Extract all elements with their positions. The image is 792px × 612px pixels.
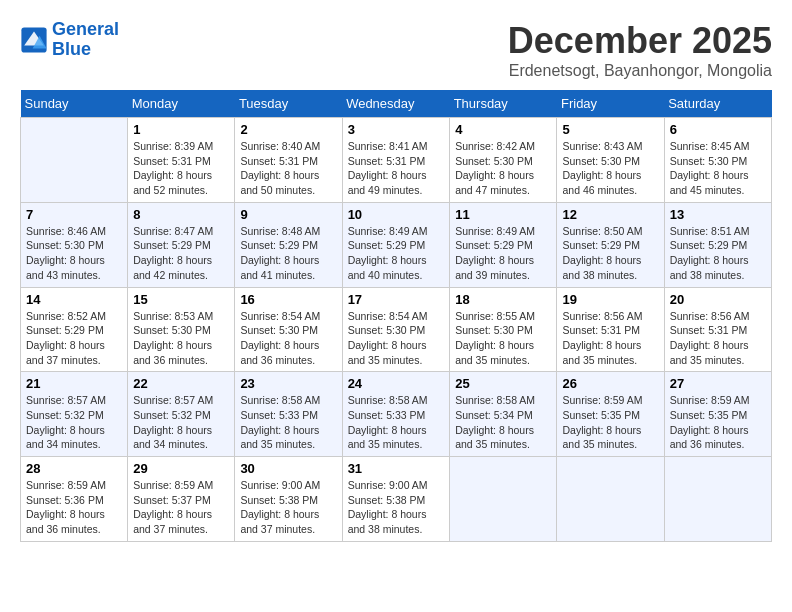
calendar-cell: 9Sunrise: 8:48 AMSunset: 5:29 PMDaylight… <box>235 202 342 287</box>
day-number: 26 <box>562 376 658 391</box>
calendar-cell: 24Sunrise: 8:58 AMSunset: 5:33 PMDayligh… <box>342 372 450 457</box>
logo-icon <box>20 26 48 54</box>
day-info: Sunrise: 8:50 AMSunset: 5:29 PMDaylight:… <box>562 224 658 283</box>
calendar-cell: 21Sunrise: 8:57 AMSunset: 5:32 PMDayligh… <box>21 372 128 457</box>
day-number: 25 <box>455 376 551 391</box>
day-info: Sunrise: 9:00 AMSunset: 5:38 PMDaylight:… <box>348 478 445 537</box>
calendar-week-3: 14Sunrise: 8:52 AMSunset: 5:29 PMDayligh… <box>21 287 772 372</box>
day-number: 8 <box>133 207 229 222</box>
day-info: Sunrise: 8:43 AMSunset: 5:30 PMDaylight:… <box>562 139 658 198</box>
day-info: Sunrise: 8:58 AMSunset: 5:33 PMDaylight:… <box>348 393 445 452</box>
calendar-cell: 27Sunrise: 8:59 AMSunset: 5:35 PMDayligh… <box>664 372 771 457</box>
calendar-cell: 29Sunrise: 8:59 AMSunset: 5:37 PMDayligh… <box>128 457 235 542</box>
day-number: 12 <box>562 207 658 222</box>
day-info: Sunrise: 8:48 AMSunset: 5:29 PMDaylight:… <box>240 224 336 283</box>
day-info: Sunrise: 8:58 AMSunset: 5:34 PMDaylight:… <box>455 393 551 452</box>
calendar-cell <box>450 457 557 542</box>
calendar-cell <box>557 457 664 542</box>
title-section: December 2025 Erdenetsogt, Bayanhongor, … <box>508 20 772 80</box>
day-number: 16 <box>240 292 336 307</box>
calendar-cell: 26Sunrise: 8:59 AMSunset: 5:35 PMDayligh… <box>557 372 664 457</box>
day-number: 23 <box>240 376 336 391</box>
calendar-cell: 22Sunrise: 8:57 AMSunset: 5:32 PMDayligh… <box>128 372 235 457</box>
calendar-cell: 18Sunrise: 8:55 AMSunset: 5:30 PMDayligh… <box>450 287 557 372</box>
weekday-header-thursday: Thursday <box>450 90 557 118</box>
calendar-cell: 20Sunrise: 8:56 AMSunset: 5:31 PMDayligh… <box>664 287 771 372</box>
day-info: Sunrise: 8:40 AMSunset: 5:31 PMDaylight:… <box>240 139 336 198</box>
day-info: Sunrise: 8:42 AMSunset: 5:30 PMDaylight:… <box>455 139 551 198</box>
calendar-cell: 6Sunrise: 8:45 AMSunset: 5:30 PMDaylight… <box>664 118 771 203</box>
day-number: 5 <box>562 122 658 137</box>
logo-line1: General <box>52 19 119 39</box>
calendar-cell: 14Sunrise: 8:52 AMSunset: 5:29 PMDayligh… <box>21 287 128 372</box>
day-number: 30 <box>240 461 336 476</box>
day-info: Sunrise: 8:54 AMSunset: 5:30 PMDaylight:… <box>240 309 336 368</box>
day-number: 31 <box>348 461 445 476</box>
calendar-cell: 19Sunrise: 8:56 AMSunset: 5:31 PMDayligh… <box>557 287 664 372</box>
calendar-cell: 25Sunrise: 8:58 AMSunset: 5:34 PMDayligh… <box>450 372 557 457</box>
weekday-header-wednesday: Wednesday <box>342 90 450 118</box>
calendar-cell: 8Sunrise: 8:47 AMSunset: 5:29 PMDaylight… <box>128 202 235 287</box>
logo: General Blue <box>20 20 119 60</box>
day-info: Sunrise: 8:56 AMSunset: 5:31 PMDaylight:… <box>670 309 766 368</box>
day-number: 21 <box>26 376 122 391</box>
calendar-cell: 2Sunrise: 8:40 AMSunset: 5:31 PMDaylight… <box>235 118 342 203</box>
calendar-cell: 7Sunrise: 8:46 AMSunset: 5:30 PMDaylight… <box>21 202 128 287</box>
day-info: Sunrise: 8:49 AMSunset: 5:29 PMDaylight:… <box>455 224 551 283</box>
day-info: Sunrise: 8:56 AMSunset: 5:31 PMDaylight:… <box>562 309 658 368</box>
calendar-cell <box>664 457 771 542</box>
day-number: 27 <box>670 376 766 391</box>
day-info: Sunrise: 8:41 AMSunset: 5:31 PMDaylight:… <box>348 139 445 198</box>
day-info: Sunrise: 8:45 AMSunset: 5:30 PMDaylight:… <box>670 139 766 198</box>
calendar-cell: 13Sunrise: 8:51 AMSunset: 5:29 PMDayligh… <box>664 202 771 287</box>
main-title: December 2025 <box>508 20 772 62</box>
day-info: Sunrise: 8:54 AMSunset: 5:30 PMDaylight:… <box>348 309 445 368</box>
day-info: Sunrise: 8:47 AMSunset: 5:29 PMDaylight:… <box>133 224 229 283</box>
weekday-header-saturday: Saturday <box>664 90 771 118</box>
day-info: Sunrise: 8:59 AMSunset: 5:35 PMDaylight:… <box>562 393 658 452</box>
weekday-header-row: SundayMondayTuesdayWednesdayThursdayFrid… <box>21 90 772 118</box>
day-number: 20 <box>670 292 766 307</box>
day-number: 2 <box>240 122 336 137</box>
day-info: Sunrise: 8:58 AMSunset: 5:33 PMDaylight:… <box>240 393 336 452</box>
calendar-week-2: 7Sunrise: 8:46 AMSunset: 5:30 PMDaylight… <box>21 202 772 287</box>
calendar-cell: 23Sunrise: 8:58 AMSunset: 5:33 PMDayligh… <box>235 372 342 457</box>
calendar-week-1: 1Sunrise: 8:39 AMSunset: 5:31 PMDaylight… <box>21 118 772 203</box>
day-number: 11 <box>455 207 551 222</box>
calendar-cell: 12Sunrise: 8:50 AMSunset: 5:29 PMDayligh… <box>557 202 664 287</box>
day-number: 7 <box>26 207 122 222</box>
calendar-cell: 31Sunrise: 9:00 AMSunset: 5:38 PMDayligh… <box>342 457 450 542</box>
logo-text: General Blue <box>52 20 119 60</box>
day-info: Sunrise: 8:57 AMSunset: 5:32 PMDaylight:… <box>133 393 229 452</box>
calendar-cell: 10Sunrise: 8:49 AMSunset: 5:29 PMDayligh… <box>342 202 450 287</box>
day-info: Sunrise: 8:49 AMSunset: 5:29 PMDaylight:… <box>348 224 445 283</box>
day-number: 10 <box>348 207 445 222</box>
calendar-cell <box>21 118 128 203</box>
day-number: 18 <box>455 292 551 307</box>
day-number: 4 <box>455 122 551 137</box>
calendar-cell: 11Sunrise: 8:49 AMSunset: 5:29 PMDayligh… <box>450 202 557 287</box>
day-number: 24 <box>348 376 445 391</box>
day-info: Sunrise: 8:39 AMSunset: 5:31 PMDaylight:… <box>133 139 229 198</box>
calendar-cell: 17Sunrise: 8:54 AMSunset: 5:30 PMDayligh… <box>342 287 450 372</box>
day-number: 29 <box>133 461 229 476</box>
day-info: Sunrise: 8:59 AMSunset: 5:37 PMDaylight:… <box>133 478 229 537</box>
day-number: 19 <box>562 292 658 307</box>
day-info: Sunrise: 8:52 AMSunset: 5:29 PMDaylight:… <box>26 309 122 368</box>
day-info: Sunrise: 8:51 AMSunset: 5:29 PMDaylight:… <box>670 224 766 283</box>
calendar-cell: 30Sunrise: 9:00 AMSunset: 5:38 PMDayligh… <box>235 457 342 542</box>
day-number: 22 <box>133 376 229 391</box>
day-info: Sunrise: 8:59 AMSunset: 5:36 PMDaylight:… <box>26 478 122 537</box>
day-info: Sunrise: 8:55 AMSunset: 5:30 PMDaylight:… <box>455 309 551 368</box>
weekday-header-sunday: Sunday <box>21 90 128 118</box>
logo-line2: Blue <box>52 39 91 59</box>
calendar-week-4: 21Sunrise: 8:57 AMSunset: 5:32 PMDayligh… <box>21 372 772 457</box>
day-number: 1 <box>133 122 229 137</box>
day-info: Sunrise: 8:53 AMSunset: 5:30 PMDaylight:… <box>133 309 229 368</box>
weekday-header-friday: Friday <box>557 90 664 118</box>
calendar-cell: 3Sunrise: 8:41 AMSunset: 5:31 PMDaylight… <box>342 118 450 203</box>
day-number: 14 <box>26 292 122 307</box>
calendar-cell: 16Sunrise: 8:54 AMSunset: 5:30 PMDayligh… <box>235 287 342 372</box>
day-info: Sunrise: 9:00 AMSunset: 5:38 PMDaylight:… <box>240 478 336 537</box>
subtitle: Erdenetsogt, Bayanhongor, Mongolia <box>508 62 772 80</box>
